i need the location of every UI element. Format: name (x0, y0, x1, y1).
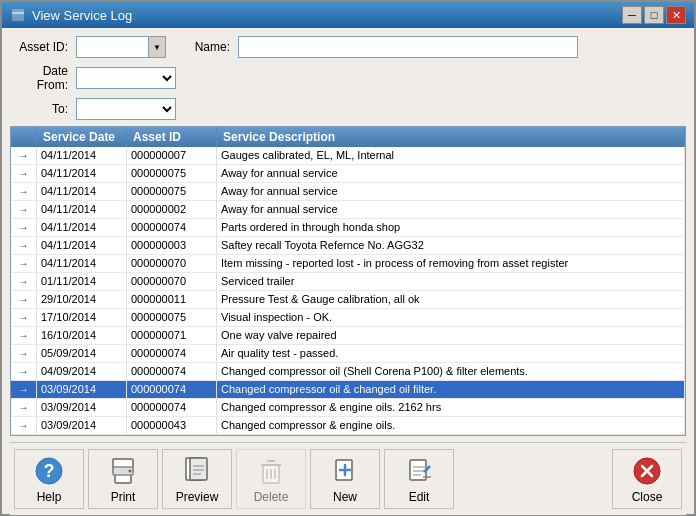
edit-button[interactable]: Edit (384, 449, 454, 509)
window-title: View Service Log (32, 8, 132, 23)
row-arrow: → (11, 417, 37, 434)
table-row[interactable]: →29/10/2014000000011Pressure Test & Gaug… (11, 291, 685, 309)
row-description: Changed compressor oil & changed oil fil… (217, 381, 685, 398)
row-arrow: → (11, 183, 37, 200)
close-button[interactable]: Close (612, 449, 682, 509)
row-arrow: → (11, 291, 37, 308)
to-label: To: (10, 102, 68, 116)
table-row[interactable]: →01/11/2014000000070Serviced trailer (11, 273, 685, 291)
table-row[interactable]: →03/09/2014000000074Changed compressor o… (11, 381, 685, 399)
table-row[interactable]: →04/11/2014000000075Away for annual serv… (11, 165, 685, 183)
table-body[interactable]: →04/11/2014000000007Gauges calibrated, E… (11, 147, 685, 435)
table-row[interactable]: →04/11/2014000000007Gauges calibrated, E… (11, 147, 685, 165)
row-date: 01/11/2014 (37, 273, 127, 290)
row-description: Air quality test - passed. (217, 345, 685, 362)
edit-icon (403, 455, 435, 487)
row-date: 05/09/2014 (37, 345, 127, 362)
row-description: One way valve repaired (217, 327, 685, 344)
preview-icon (181, 455, 213, 487)
table-row[interactable]: →04/09/2014000000074Changed compressor o… (11, 363, 685, 381)
row-asset-id: 000000074 (127, 345, 217, 362)
table-row[interactable]: →04/11/2014000000070Item missing - repor… (11, 255, 685, 273)
row-description: Changed compressor oil (Shell Corena P10… (217, 363, 685, 380)
to-row: To: (10, 98, 686, 120)
row-arrow: → (11, 273, 37, 290)
row-asset-id: 000000074 (127, 363, 217, 380)
asset-id-dropdown[interactable]: ▼ (148, 36, 166, 58)
print-button[interactable]: Print (88, 449, 158, 509)
row-arrow: → (11, 381, 37, 398)
toolbar: ? Help Print (10, 442, 686, 515)
svg-rect-9 (190, 458, 207, 480)
table-row[interactable]: →04/11/2014000000002Away for annual serv… (11, 201, 685, 219)
svg-text:?: ? (44, 461, 55, 481)
close-label: Close (632, 490, 663, 504)
window-close-button[interactable]: ✕ (666, 6, 686, 24)
title-bar: View Service Log ─ □ ✕ (2, 2, 694, 28)
table-row[interactable]: →04/11/2014000000003Saftey recall Toyota… (11, 237, 685, 255)
row-arrow: → (11, 345, 37, 362)
table-row[interactable]: →04/11/2014000000075Away for annual serv… (11, 183, 685, 201)
row-description: Away for annual service (217, 201, 685, 218)
print-label: Print (111, 490, 136, 504)
row-arrow: → (11, 255, 37, 272)
row-description: Saftey recall Toyota Refernce No. AGG32 (217, 237, 685, 254)
row-description: Away for annual service (217, 183, 685, 200)
help-button[interactable]: ? Help (14, 449, 84, 509)
row-date: 04/11/2014 (37, 255, 127, 272)
table-row[interactable]: →04/11/2014000000074Parts ordered in thr… (11, 219, 685, 237)
minimize-button[interactable]: ─ (622, 6, 642, 24)
row-date: 16/10/2014 (37, 327, 127, 344)
row-arrow: → (11, 399, 37, 416)
table-header: Service Date Asset ID Service Descriptio… (11, 127, 685, 147)
delete-icon (255, 455, 287, 487)
row-asset-id: 000000070 (127, 273, 217, 290)
row-description: Parts ordered in through honda shop (217, 219, 685, 236)
row-asset-id: 000000075 (127, 165, 217, 182)
date-from-select[interactable] (76, 67, 176, 89)
row-date: 04/09/2014 (37, 363, 127, 380)
header-description: Service Description (217, 127, 685, 147)
row-asset-id: 000000070 (127, 255, 217, 272)
row-description: Visual inspection - OK. (217, 309, 685, 326)
row-arrow: → (11, 363, 37, 380)
new-icon (329, 455, 361, 487)
window-icon (10, 7, 26, 23)
date-from-label: Date From: (10, 64, 68, 92)
table-row[interactable]: →16/10/2014000000071One way valve repair… (11, 327, 685, 345)
row-description: Changed compressor & engine oils. 2162 h… (217, 399, 685, 416)
header-arrow (11, 127, 37, 147)
content-area: Asset ID: ▼ Name: Date From: To: (2, 28, 694, 516)
header-service-date: Service Date (37, 127, 127, 147)
name-input[interactable] (238, 36, 578, 58)
table-row[interactable]: →03/09/2014000000043Changed compressor &… (11, 417, 685, 435)
row-date: 04/11/2014 (37, 201, 127, 218)
table-row[interactable]: →03/09/2014000000074Changed compressor &… (11, 399, 685, 417)
new-button[interactable]: New (310, 449, 380, 509)
row-asset-id: 000000074 (127, 219, 217, 236)
main-window: View Service Log ─ □ ✕ Asset ID: ▼ Name:… (0, 0, 696, 516)
row-description: Item missing - reported lost - in proces… (217, 255, 685, 272)
row-arrow: → (11, 309, 37, 326)
delete-button[interactable]: Delete (236, 449, 306, 509)
row-date: 03/09/2014 (37, 399, 127, 416)
row-arrow: → (11, 147, 37, 164)
row-arrow: → (11, 165, 37, 182)
maximize-button[interactable]: □ (644, 6, 664, 24)
row-date: 03/09/2014 (37, 381, 127, 398)
table-row[interactable]: →05/09/2014000000074Air quality test - p… (11, 345, 685, 363)
asset-id-wrapper: ▼ (76, 36, 166, 58)
table-row[interactable]: →17/10/2014000000075Visual inspection - … (11, 309, 685, 327)
row-asset-id: 000000011 (127, 291, 217, 308)
to-select[interactable] (76, 98, 176, 120)
row-asset-id: 000000003 (127, 237, 217, 254)
row-asset-id: 000000074 (127, 381, 217, 398)
row-date: 03/09/2014 (37, 417, 127, 434)
preview-button[interactable]: Preview (162, 449, 232, 509)
row-date: 04/11/2014 (37, 183, 127, 200)
row-date: 17/10/2014 (37, 309, 127, 326)
row-asset-id: 000000075 (127, 309, 217, 326)
service-log-table: Service Date Asset ID Service Descriptio… (10, 126, 686, 436)
help-icon: ? (33, 455, 65, 487)
row-date: 04/11/2014 (37, 237, 127, 254)
